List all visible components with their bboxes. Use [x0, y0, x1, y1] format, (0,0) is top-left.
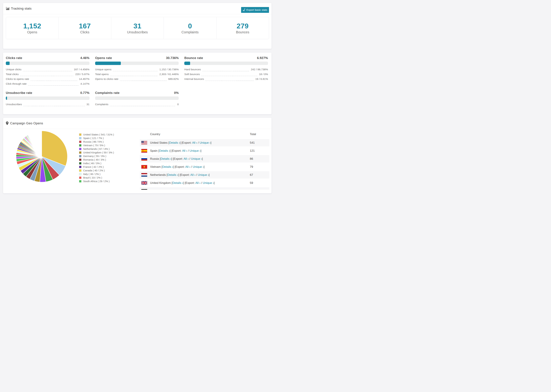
flag-nl-icon [141, 173, 147, 177]
details-link[interactable]: Details › [164, 189, 174, 190]
export-unique-link[interactable]: Unique › [203, 181, 214, 185]
geo-table-col-total: Total [250, 133, 256, 136]
export-all-link[interactable]: All › [185, 165, 190, 168]
chevron-right-icon: › [203, 165, 204, 168]
legend-label: Italy ( 36 / 2% ) [83, 173, 100, 175]
legend-item: Russia ( 86 / 5% ) [79, 140, 114, 143]
export-basic-stats-button[interactable]: Export basic stats [241, 7, 269, 13]
geo-table-row-es: Spain [Details ›] [Export: All › / Uniqu… [140, 147, 269, 155]
rate-title: Bounce rate [184, 56, 203, 60]
rate-block-clicks-rate: Clicks rate4.46%Unique clicks167 / 4.456… [6, 56, 90, 87]
progress-bar-fill [184, 62, 190, 65]
export-all-link[interactable]: All › [187, 189, 192, 190]
geo-table-header: CountryTotal [140, 129, 269, 139]
rate-title: Unsubscribe rate [6, 91, 32, 95]
rate-value: 30.736% [166, 56, 179, 60]
export-unique-link[interactable]: Unique › [193, 165, 204, 168]
rate-head: Unsubscribe rate0.77% [6, 91, 90, 95]
export-all-link[interactable]: All › [195, 181, 200, 185]
legend-item: South Africa ( 29 / 2% ) [79, 179, 114, 183]
chevron-right-icon: › [194, 173, 195, 176]
details-link[interactable]: Details › [167, 173, 178, 176]
geo-table-row-total: 55 [250, 189, 253, 190]
rate-block-complaints-rate: Complaints rate0%Complaints0 [95, 91, 179, 108]
details-link[interactable]: Details › [161, 157, 171, 161]
export-unique-link[interactable]: Unique › [199, 141, 211, 144]
chevron-right-icon: › [179, 141, 180, 144]
rate-rows: Complaints0 [95, 103, 179, 108]
export-unique-link[interactable]: Unique › [190, 149, 201, 152]
export-label: [Export: [180, 173, 190, 176]
progress-bar [6, 62, 90, 65]
campaign-geo-opens-title-label: Campaign Geo Opens [10, 121, 43, 125]
map-marker-icon [6, 121, 8, 125]
rate-row: Opens to clicks rate689.82% [95, 77, 179, 82]
rate-row: Unique clicks167 / 4.456% [6, 68, 90, 73]
rate-row-value: 18 / 0% [259, 73, 268, 76]
tracking-stats-card: Tracking stats Export basic stats 1,152O… [3, 3, 272, 49]
legend-label: India ( 46 / 3% ) [83, 162, 101, 165]
rates-grid: Clicks rate4.46%Unique clicks167 / 4.456… [6, 56, 268, 108]
rate-row: Unsubscribes31 [6, 103, 90, 108]
export-all-link[interactable]: All › [184, 157, 189, 161]
campaign-geo-opens-body: United States ( 541 / 31% )Spain ( 121 /… [3, 129, 272, 193]
country-name: Germany [150, 189, 162, 190]
rate-row-value: 0 [177, 103, 179, 106]
stat-label: Clicks [80, 30, 89, 34]
export-all-link[interactable]: All › [190, 173, 195, 176]
details-link[interactable]: Details › [159, 149, 170, 152]
export-unique-link[interactable]: Unique › [198, 173, 209, 176]
progress-bar [95, 97, 179, 100]
export-all-link[interactable]: All › [182, 149, 187, 152]
progress-bar-fill [6, 97, 7, 100]
legend-item: Netherlands ( 67 / 4% ) [79, 147, 114, 151]
details-link[interactable]: Details › [162, 165, 173, 168]
geo-table-row-total: 67 [250, 173, 253, 177]
export-label: [Export: [181, 141, 191, 144]
rate-title: Complaints rate [95, 91, 120, 95]
legend-label: Canada ( 40 / 2% ) [83, 169, 105, 172]
campaign-geo-opens-card: Campaign Geo Opens United States ( 541 /… [3, 118, 272, 193]
legend-label: Germany ( 55 / 3% ) [83, 155, 106, 158]
stat-cell-bounces: 279Bounces [216, 17, 269, 39]
legend-item: Vietnam ( 79 / 5% ) [79, 143, 114, 147]
geo-table-row-text: Russia [Details ›] [Export: All › / Uniq… [150, 157, 203, 161]
chevron-right-icon: › [210, 141, 211, 144]
chevron-right-icon: › [189, 165, 190, 168]
details-link[interactable]: Details › [172, 181, 183, 185]
geo-opens-pie-chart [14, 129, 69, 184]
geo-table-col-country: Country [150, 133, 160, 136]
legend-swatch [79, 162, 81, 165]
legend-swatch [79, 148, 81, 150]
details-link[interactable]: Details › [169, 141, 180, 144]
stat-label: Complaints [181, 30, 198, 34]
geo-table-row-total: 79 [250, 165, 253, 169]
dotted-leader [20, 76, 74, 76]
country-name: Russia [150, 157, 159, 161]
geo-table-row-vn: Vietnam [Details ›] [Export: All › / Uni… [140, 163, 269, 171]
dotted-leader [113, 71, 158, 71]
rate-block-opens-rate: Opens rate30.736%Unique opens1,152 / 30.… [95, 56, 179, 87]
flag-vn-icon [141, 165, 147, 169]
chevron-right-icon: › [196, 141, 197, 144]
geo-opens-table: CountryTotalUnited States [Details ›] [E… [140, 129, 269, 190]
legend-label: Romania ( 49 / 3% ) [83, 158, 106, 161]
geo-table-row-text: Germany [Details ›] [Export: All › / Uni… [150, 189, 206, 190]
legend-label: United Kingdom ( 59 / 3% ) [83, 151, 114, 154]
export-all-link[interactable]: All › [192, 141, 197, 144]
rate-row-label: Internal bounces [184, 77, 204, 81]
rate-title: Clicks rate [6, 56, 22, 60]
export-unique-link[interactable]: Unique › [191, 157, 202, 161]
dotted-leader [23, 106, 85, 106]
legend-swatch [79, 180, 81, 182]
stat-value: 0 [188, 22, 192, 30]
legend-item: Romania ( 49 / 3% ) [79, 158, 114, 161]
dotted-leader [23, 71, 72, 71]
legend-label: United States ( 541 / 31% ) [83, 133, 114, 136]
stat-cell-complaints: 0Complaints [164, 17, 216, 39]
geo-table-row-text: Netherlands [Details ›] [Export: All › /… [150, 173, 210, 177]
legend-item: France ( 42 / 2% ) [79, 165, 114, 169]
geo-opens-legend: United States ( 541 / 31% )Spain ( 121 /… [79, 133, 114, 183]
export-unique-link[interactable]: Unique › [194, 189, 205, 190]
dotted-leader [110, 106, 176, 106]
